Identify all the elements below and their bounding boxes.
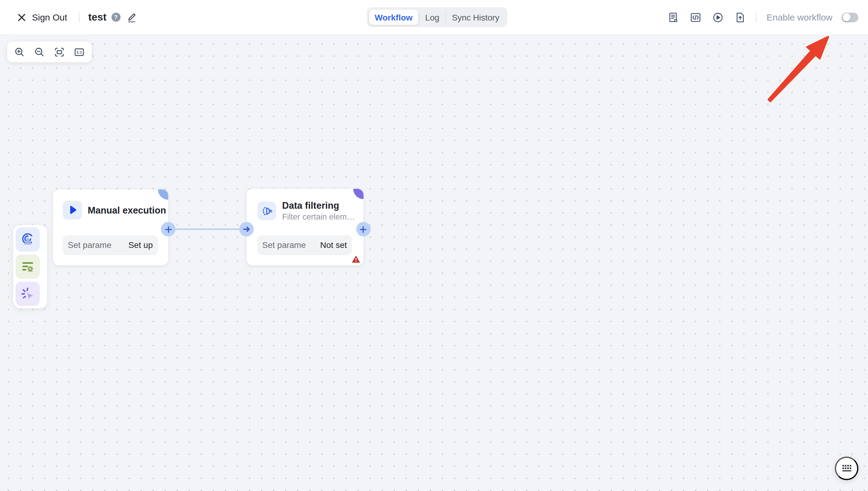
param-label: Set parame — [68, 240, 112, 250]
tab-sync-history[interactable]: Sync History — [447, 10, 505, 25]
tab-divider — [445, 13, 446, 21]
export-icon — [735, 12, 746, 23]
play-icon — [66, 204, 79, 216]
enable-workflow-toggle[interactable] — [841, 12, 858, 22]
edit-pencil-icon — [126, 12, 136, 23]
param-label: Set parame — [262, 240, 306, 250]
svg-text:1:1: 1:1 — [76, 50, 82, 54]
export-button[interactable] — [735, 12, 746, 23]
header-left: Sign Out test ? — [17, 0, 136, 34]
run-log-button[interactable] — [668, 12, 679, 23]
help-icon[interactable]: ? — [111, 13, 120, 22]
node-title: Manual execution — [88, 204, 166, 216]
manual-execution-icon — [63, 201, 82, 220]
param-value: Not set — [320, 240, 347, 250]
edge-connector — [168, 229, 246, 230]
plus-icon — [360, 226, 367, 233]
close-icon — [17, 12, 27, 22]
node-data-filtering[interactable]: Data filtering Filter certain elem… Set … — [247, 189, 363, 265]
tab-divider — [418, 13, 419, 21]
node-corner-fold — [158, 190, 168, 200]
code-icon — [690, 12, 701, 23]
palette-action-button[interactable] — [16, 255, 40, 279]
header-divider — [79, 12, 80, 22]
trigger-icon — [21, 232, 35, 247]
header-right: Enable workflow — [668, 0, 858, 34]
tab-workflow[interactable]: Workflow — [369, 10, 418, 25]
zoom-in-button[interactable] — [10, 42, 30, 62]
close-button[interactable] — [17, 12, 27, 22]
zoom-toolbar: 1:1 — [7, 41, 92, 62]
node-title: Data filtering — [282, 200, 355, 211]
sign-out-label[interactable]: Sign Out — [32, 12, 67, 22]
zoom-out-button[interactable] — [30, 42, 50, 62]
node-header: Data filtering Filter certain elem… — [257, 200, 355, 222]
node-corner-fold — [353, 189, 363, 199]
actual-size-icon: 1:1 — [74, 47, 84, 57]
zoom-in-icon — [14, 47, 25, 57]
fit-view-button[interactable] — [50, 42, 69, 62]
warning-icon — [352, 256, 360, 263]
arrow-right-icon — [243, 226, 250, 233]
run-button[interactable] — [712, 12, 723, 23]
interaction-icon — [21, 287, 35, 301]
toggle-knob — [842, 13, 850, 21]
add-node-button[interactable] — [161, 222, 176, 236]
annotation-arrow — [761, 34, 836, 110]
edge-target-handle[interactable] — [239, 222, 253, 236]
log-icon — [668, 12, 679, 23]
palette-trigger-button[interactable] — [16, 227, 40, 252]
palette-interaction-button[interactable] — [16, 282, 40, 306]
keyboard-shortcuts-button[interactable] — [835, 457, 858, 480]
action-icon — [21, 259, 35, 274]
enable-workflow-label: Enable workflow — [767, 12, 832, 22]
tab-log[interactable]: Log — [420, 10, 445, 25]
top-bar: Sign Out test ? Workflow Log Sync Histor… — [0, 0, 868, 35]
node-param-row[interactable]: Set parame Set up — [63, 235, 158, 255]
zoom-out-icon — [34, 47, 44, 57]
node-param-row[interactable]: Set parame Not set — [257, 235, 352, 255]
node-text: Data filtering Filter certain elem… — [282, 200, 355, 222]
code-view-button[interactable] — [690, 12, 701, 23]
workflow-canvas[interactable]: 1:1 — [0, 34, 868, 491]
node-header: Manual execution — [63, 201, 166, 220]
node-subtitle: Filter certain elem… — [282, 212, 355, 222]
node-manual-execution[interactable]: Manual execution Set parame Set up — [53, 190, 168, 265]
workflow-title: test — [88, 11, 106, 23]
add-node-button[interactable] — [356, 222, 370, 236]
node-palette — [13, 225, 47, 308]
run-icon — [712, 12, 723, 23]
plus-icon — [165, 226, 172, 233]
rename-button[interactable] — [126, 12, 136, 23]
header-divider — [756, 12, 756, 22]
data-filtering-icon — [257, 201, 276, 221]
fit-view-icon — [54, 47, 64, 57]
keyboard-icon — [841, 464, 852, 472]
filter-icon — [261, 205, 273, 217]
actual-size-button[interactable]: 1:1 — [69, 42, 89, 62]
param-value: Set up — [128, 240, 153, 250]
view-tabs: Workflow Log Sync History — [367, 7, 507, 27]
workflow-editor: Sign Out test ? Workflow Log Sync Histor… — [0, 0, 868, 491]
